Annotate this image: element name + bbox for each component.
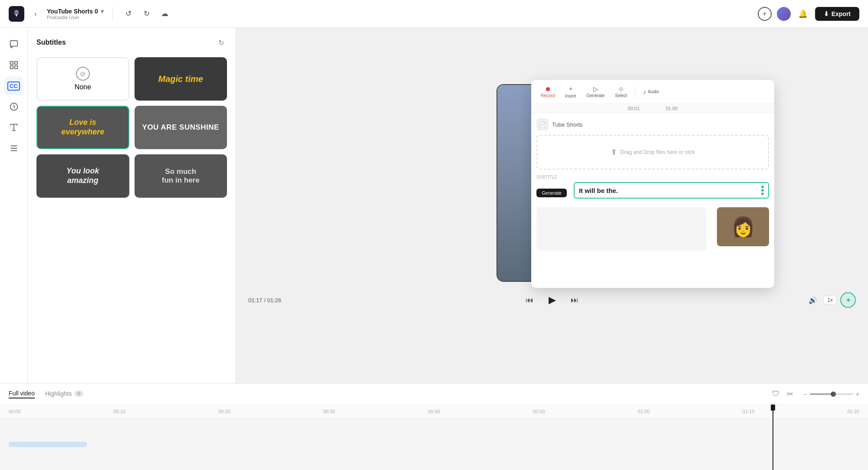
zoom-in-button[interactable]: + xyxy=(856,391,859,398)
skip-fwd-button[interactable]: ⏭ xyxy=(567,292,582,308)
shield-icon[interactable]: 🛡 xyxy=(772,389,780,398)
notification-button[interactable]: 🔔 xyxy=(796,7,810,21)
generate-subtitle-button[interactable]: Generate xyxy=(536,189,567,197)
nav-icon-menu[interactable] xyxy=(4,139,23,158)
subtitle-card-fun[interactable]: So muchfun in here xyxy=(135,154,227,198)
timeline-tabs: Full video Highlights 0 🛡 ✂ − + xyxy=(0,384,868,405)
back-button[interactable]: ‹ xyxy=(30,8,42,20)
subtitle-card-magic[interactable]: Magic time xyxy=(135,57,227,101)
subtitle-card-sunshine[interactable]: YOU ARE SUNSHINE xyxy=(135,106,227,149)
tab-full-video[interactable]: Full video xyxy=(9,390,35,398)
magic-text: Magic time xyxy=(158,74,203,84)
scissors-icon[interactable]: ✂ xyxy=(787,389,793,399)
select-tool[interactable]: ⊹ Select xyxy=(611,84,631,100)
subtitles-header: Subtitles ↻ xyxy=(36,36,227,49)
none-icon: ⊘ xyxy=(76,67,90,81)
project-name: Tube Shorts xyxy=(552,121,582,128)
record-tool[interactable]: ⏺ Record xyxy=(536,84,559,100)
tab-highlights[interactable]: Highlights 0 xyxy=(45,390,83,398)
nav-icon-subtitles[interactable]: CC xyxy=(4,76,23,95)
nav-icon-grid[interactable] xyxy=(4,55,23,75)
project-icon: 📄 xyxy=(536,118,549,131)
ruler-mark-4: 00:40 xyxy=(428,409,440,414)
subtitles-title: Subtitles xyxy=(36,39,66,46)
zoom-controls: − + xyxy=(804,391,859,398)
subtitle-edit-box[interactable]: It will be the. xyxy=(574,182,769,199)
svg-rect-4 xyxy=(14,66,17,69)
sparkle-button[interactable]: ✦ xyxy=(840,292,856,308)
topbar-right: + 🔔 ⬇ Export xyxy=(758,7,859,21)
zoom-slider-thumb[interactable] xyxy=(831,392,836,397)
title-dropdown-icon[interactable]: ▾ xyxy=(101,8,104,15)
subtitle-section-label: SUBTITLE xyxy=(536,175,769,180)
highlights-badge: 0 xyxy=(74,391,83,397)
export-button[interactable]: ⬇ Export xyxy=(815,7,859,21)
upload-icon: ⬆ xyxy=(611,147,617,157)
ruler-mark-7: 01:10 xyxy=(743,409,755,414)
speed-button[interactable]: 1x xyxy=(823,296,837,304)
record-icon: ⏺ xyxy=(545,85,551,92)
project-title-block: YouTube Shorts 0 ▾ Podcastle User xyxy=(47,8,104,20)
cloud-save-button[interactable]: ☁ xyxy=(158,7,172,21)
skip-back-button[interactable]: ⏮ xyxy=(522,292,537,308)
subtitle-section: SUBTITLE Generate It will be the. xyxy=(536,175,769,204)
right-controls: 🔊 1x ✦ xyxy=(806,292,856,308)
nav-icon-chat[interactable] xyxy=(4,35,23,54)
svg-rect-3 xyxy=(10,66,13,69)
ruler-mark-6: 01:00 xyxy=(638,409,650,414)
center-area: ⏺ Record ＋ Insert ▷ Generate ⊹ Select xyxy=(236,28,868,383)
editor-panel: ⏺ Record ＋ Insert ▷ Generate ⊹ Select xyxy=(531,80,774,288)
editor-time-row: 00:01 01:00 xyxy=(531,104,774,113)
nav-icon-text[interactable] xyxy=(4,118,23,137)
topbar: 🎙 ‹ YouTube Shorts 0 ▾ Podcastle User ↺ … xyxy=(0,0,868,28)
volume-button[interactable]: 🔊 xyxy=(806,293,820,307)
divider-1 xyxy=(112,7,113,21)
refresh-button[interactable]: ↻ xyxy=(215,36,227,49)
generate-tool[interactable]: ▷ Generate xyxy=(582,84,609,100)
play-button[interactable]: ▶ xyxy=(542,290,562,310)
subtitle-card-none[interactable]: ⊘ None xyxy=(36,57,129,101)
app-logo: 🎙 xyxy=(9,6,24,22)
video-controls: 01:17 / 01:26 ⏮ ▶ ⏭ 🔊 1x ✦ xyxy=(248,290,856,310)
resize-handle[interactable] xyxy=(761,186,764,195)
playhead[interactable] xyxy=(773,405,773,470)
select-icon: ⊹ xyxy=(618,85,624,92)
avatar[interactable] xyxy=(777,7,791,21)
zoom-out-button[interactable]: − xyxy=(804,391,807,398)
ruler-mark-3: 00:30 xyxy=(323,409,335,414)
subtitle-grid: ⊘ None Magic time Love iseverywhere YOU … xyxy=(36,57,227,198)
bottom-bar: Full video Highlights 0 🛡 ✂ − + 00:00 00… xyxy=(0,383,868,470)
subtitles-panel: Subtitles ↻ ⊘ None Magic time Love iseve… xyxy=(28,28,236,383)
insert-tool[interactable]: ＋ Insert xyxy=(561,83,580,100)
audio-icon: ♪ xyxy=(643,88,646,95)
waveform-svg: // Generate pseudo-random waveform let s… xyxy=(9,418,859,470)
project-title: YouTube Shorts 0 ▾ xyxy=(47,8,104,15)
ruler-marks: 00:00 00:10 00:20 00:30 00:40 00:50 01:0… xyxy=(9,409,859,414)
upload-area[interactable]: ⬆ Drag and Drop files here or click xyxy=(536,135,769,170)
nav-icon-history[interactable] xyxy=(4,97,23,116)
thumbnail-person-icon: 👩 xyxy=(731,215,755,238)
subtitle-card-love[interactable]: Love iseverywhere xyxy=(36,106,129,149)
love-text: Love iseverywhere xyxy=(61,118,104,137)
timeline-ruler: 00:00 00:10 00:20 00:30 00:40 00:50 01:0… xyxy=(0,405,868,418)
waveform-progress-bar xyxy=(9,442,87,447)
add-button[interactable]: + xyxy=(758,7,772,21)
subtitle-card-amazing[interactable]: You lookamazing xyxy=(36,154,129,198)
svg-rect-0 xyxy=(10,41,17,46)
redo-button[interactable]: ↻ xyxy=(140,7,154,21)
zoom-slider-fill xyxy=(810,393,832,395)
playhead-head xyxy=(771,405,775,411)
project-name-row: 📄 Tube Shorts xyxy=(536,118,769,131)
fun-text: So muchfun in here xyxy=(162,167,200,185)
amazing-text: You lookamazing xyxy=(66,166,99,185)
undo-button[interactable]: ↺ xyxy=(122,7,135,21)
editor-toolbar: ⏺ Record ＋ Insert ▷ Generate ⊹ Select xyxy=(531,80,774,104)
generate-icon: ▷ xyxy=(593,85,598,92)
sunshine-text: YOU ARE SUNSHINE xyxy=(142,123,219,132)
video-thumbnail: 👩 xyxy=(717,207,769,246)
zoom-slider[interactable] xyxy=(810,393,853,395)
ruler-mark-8: 01:20 xyxy=(847,409,859,414)
audio-tool[interactable]: ♪ Audio xyxy=(639,87,664,97)
waveform-area[interactable]: // Generate pseudo-random waveform let s… xyxy=(0,418,868,470)
video-container: ⏺ Record ＋ Insert ▷ Generate ⊹ Select xyxy=(496,84,608,282)
